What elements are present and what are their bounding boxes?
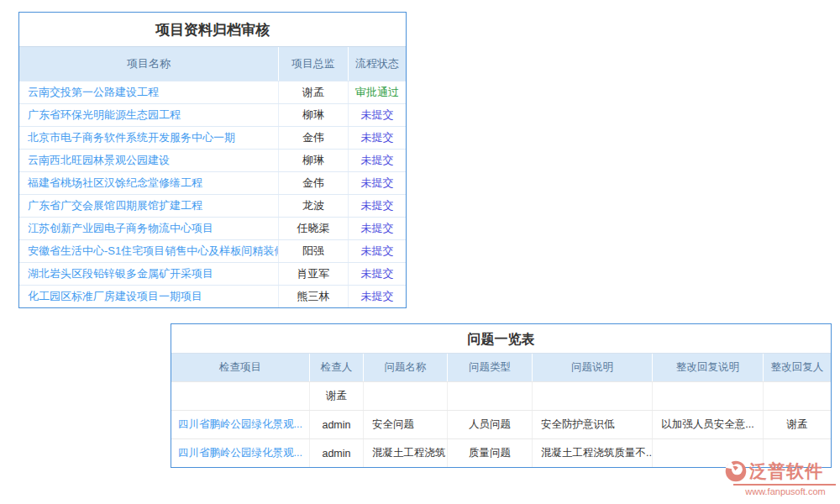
table-row: 福建省桃场社区汉馀纪念堂修缮工程 金伟 未提交 [19,171,406,194]
project-name-link[interactable]: 云南西北旺园林景观公园建设 [19,150,278,171]
logo-company-name: 泛普软件 [749,459,823,483]
column-header-issue-type: 问题类型 [447,354,532,381]
issue-table-title: 问题一览表 [171,324,831,354]
issue-name: 安全问题 [363,411,447,438]
archive-table-title: 项目资料归档审核 [19,13,406,47]
issue-name [363,382,447,410]
inspector: 谢孟 [309,382,363,410]
project-name-link[interactable]: 福建省桃场社区汉馀纪念堂修缮工程 [19,172,278,194]
issue-desc [532,382,652,410]
table-row: 北京市电子商务软件系统开发服务中心一期 金伟 未提交 [19,126,406,149]
status-link[interactable]: 未提交 [348,218,406,239]
issue-desc: 安全防护意识低 [532,411,652,438]
project-director: 任晓渠 [278,218,348,239]
reply-desc: 以加强人员安全意... [652,411,763,438]
project-director: 金伟 [278,172,348,194]
project-name-link[interactable]: 北京市电子商务软件系统开发服务中心一期 [19,127,278,149]
column-header-project-director: 项目总监 [278,47,348,81]
project-name-link[interactable]: 化工园区标准厂房建设项目一期项目 [19,286,278,307]
column-header-replier: 整改回复人 [763,354,831,381]
status-link[interactable]: 未提交 [348,263,406,285]
table-row: 江苏创新产业园电子商务物流中心项目 任晓渠 未提交 [19,217,406,239]
project-director: 谢孟 [278,81,348,103]
archive-table-header: 项目名称 项目总监 流程状态 [19,47,406,81]
status-link[interactable]: 未提交 [348,240,406,262]
project-director: 阳强 [278,240,348,262]
status-link[interactable]: 未提交 [348,127,406,149]
fanpu-watermark: 泛普软件 www.fanpusoft.com [725,459,836,496]
issue-type [447,382,532,410]
table-row: 云南交投第一公路建设工程 谢孟 审批通过 [19,81,406,103]
status-link[interactable]: 审批通过 [348,81,406,103]
table-row: 化工园区标准厂房建设项目一期项目 熊三林 未提交 [19,285,406,307]
logo-website-url: www.fanpusoft.com [725,486,836,496]
column-header-inspector: 检查人 [309,354,363,381]
table-row: 谢孟 [171,381,831,410]
issue-table-header: 检查项目 检查人 问题名称 问题类型 问题说明 整改回复说明 整改回复人 [171,354,831,381]
project-director: 柳琳 [278,150,348,171]
issue-name: 混凝土工程浇筑 [363,439,447,467]
project-name-link[interactable]: 湖北岩头区段铅锌银多金属矿开采项目 [19,263,278,285]
table-row: 湖北岩头区段铅锌银多金属矿开采项目 肖亚军 未提交 [19,262,406,285]
project-director: 柳琳 [278,104,348,126]
project-director: 龙波 [278,195,348,217]
table-row: 安徽省生活中心-S1住宅项目销售中心及样板间精装修及 阳强 未提交 [19,239,406,262]
project-name-link[interactable]: 江苏创新产业园电子商务物流中心项目 [19,218,278,239]
issue-type: 人员问题 [447,411,532,438]
reply-desc [652,382,763,410]
column-header-flow-status: 流程状态 [348,47,406,81]
archive-review-table: 项目资料归档审核 项目名称 项目总监 流程状态 云南交投第一公路建设工程 谢孟 … [18,12,407,308]
status-link[interactable]: 未提交 [348,195,406,217]
status-link[interactable]: 未提交 [348,150,406,171]
column-header-project-name: 项目名称 [19,47,278,81]
column-header-reply-desc: 整改回复说明 [652,354,763,381]
inspector: admin [309,439,363,467]
table-row: 四川省鹏岭公园绿化景观... admin 安全问题 人员问题 安全防护意识低 以… [171,410,831,438]
column-header-inspect-project: 检查项目 [171,354,309,381]
inspect-project-link[interactable] [171,382,309,410]
status-link[interactable]: 未提交 [348,104,406,126]
issue-desc: 混凝土工程浇筑质量不... [532,439,652,467]
status-link[interactable]: 未提交 [348,286,406,307]
project-name-link[interactable]: 云南交投第一公路建设工程 [19,81,278,103]
replier: 谢孟 [763,411,831,438]
inspect-project-link[interactable]: 四川省鹏岭公园绿化景观... [171,411,309,438]
inspector: admin [309,411,363,438]
inspect-project-link[interactable]: 四川省鹏岭公园绿化景观... [171,439,309,467]
status-link[interactable]: 未提交 [348,172,406,194]
issue-type: 质量问题 [447,439,532,467]
issue-list-table: 问题一览表 检查项目 检查人 问题名称 问题类型 问题说明 整改回复说明 整改回… [171,323,832,468]
table-row: 云南西北旺园林景观公园建设 柳琳 未提交 [19,149,406,171]
replier [763,382,831,410]
project-name-link[interactable]: 安徽省生活中心-S1住宅项目销售中心及样板间精装修及 [19,240,278,262]
logo-divider [733,484,836,486]
table-row: 广东省环保光明能源生态园工程 柳琳 未提交 [19,103,406,126]
project-director: 熊三林 [278,286,348,307]
column-header-issue-desc: 问题说明 [532,354,652,381]
project-director: 肖亚军 [278,263,348,285]
project-name-link[interactable]: 广东省环保光明能源生态园工程 [19,104,278,126]
project-name-link[interactable]: 广东省广交会展馆四期展馆扩建工程 [19,195,278,217]
table-row: 广东省广交会展馆四期展馆扩建工程 龙波 未提交 [19,194,406,217]
fanpu-logo-icon [725,460,747,482]
project-director: 金伟 [278,127,348,149]
column-header-issue-name: 问题名称 [363,354,447,381]
